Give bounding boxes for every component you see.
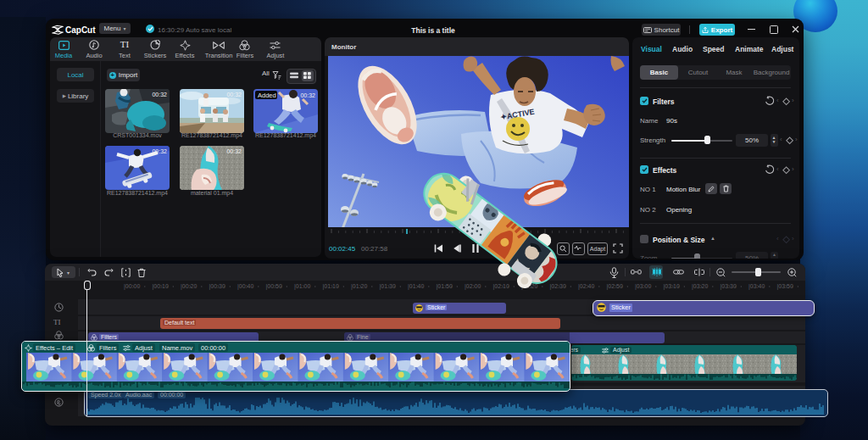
svg-text:|00:40: |00:40 [237, 283, 253, 290]
svg-text:|03:20: |03:20 [692, 283, 708, 290]
svg-text:00:32: 00:32 [152, 148, 167, 154]
svg-text:|01:10: |01:10 [323, 283, 339, 290]
svg-text:00:32: 00:32 [226, 92, 242, 97]
svg-text:|01:00: |01:00 [294, 283, 310, 290]
svg-text:|01:20: |01:20 [351, 283, 367, 290]
svg-text:|00:00: |00:00 [124, 283, 140, 290]
svg-text:|03:30: |03:30 [721, 283, 737, 290]
svg-text:|00:20: |00:20 [181, 283, 197, 290]
svg-text:|03:00: |03:00 [635, 283, 651, 290]
svg-text:00:32: 00:32 [152, 92, 167, 97]
svg-text:|02:50: |02:50 [607, 283, 623, 290]
svg-text:|00:30: |00:30 [209, 283, 225, 290]
svg-text:|03:50: |03:50 [777, 283, 793, 290]
svg-text:00:32: 00:32 [300, 92, 315, 98]
svg-text:00:32: 00:32 [226, 148, 242, 154]
svg-text:|00:50: |00:50 [266, 283, 282, 290]
svg-text:|01:30: |01:30 [380, 283, 396, 290]
svg-text:|03:40: |03:40 [748, 283, 765, 290]
svg-text:|00:10: |00:10 [153, 283, 169, 290]
svg-text:|03:10: |03:10 [664, 283, 680, 290]
svg-text:Added: Added [258, 92, 276, 99]
